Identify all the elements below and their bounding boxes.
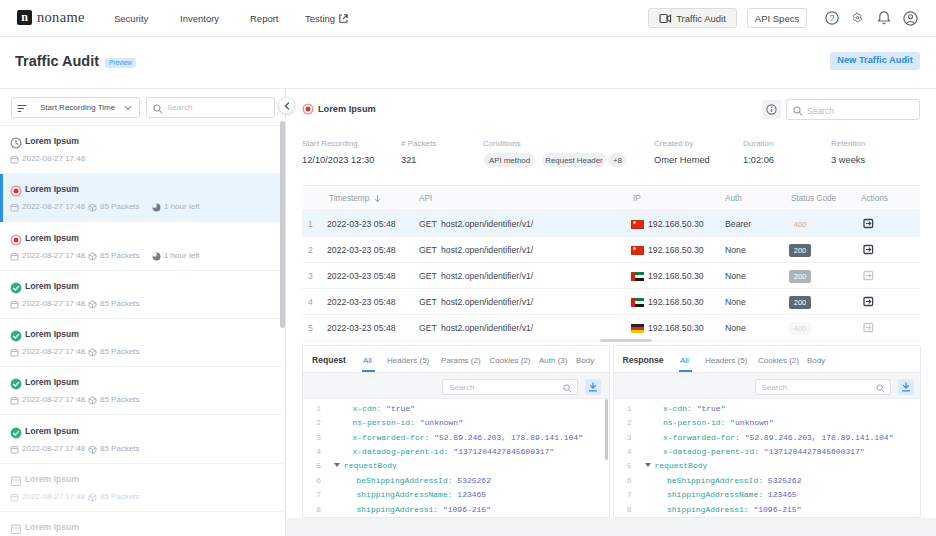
svg-text:?: ? bbox=[829, 13, 834, 23]
